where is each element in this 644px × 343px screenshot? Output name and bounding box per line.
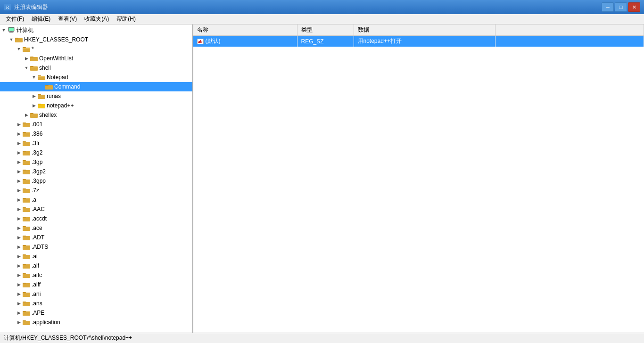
tree-node-label: .3g2 [32,149,42,156]
svg-rect-24 [38,104,45,108]
folder-icon [23,310,30,316]
tree-node-aifc[interactable]: ▶ .aifc [0,270,192,280]
minimize-button[interactable]: ─ [602,2,614,12]
menu-item-F[interactable]: 文件(F) [2,14,28,24]
tree-node-ani[interactable]: ▶ .ani [0,289,192,299]
tree-expand-icon[interactable]: ▶ [15,273,23,278]
tree-expand-icon[interactable]: ▼ [15,47,23,51]
tree-node-001[interactable]: ▶ .001 [0,120,192,129]
tree-node-aiff[interactable]: ▶ .aiff [0,280,192,289]
tree-expand-icon[interactable]: ▶ [23,113,30,117]
tree-node-shellex[interactable]: ▶ shellex [0,110,192,120]
tree-expand-icon[interactable]: ▼ [0,28,8,33]
svg-rect-48 [23,217,30,221]
tree-expand-icon[interactable]: ▶ [15,179,23,183]
folder-icon [23,319,30,326]
tree-node-command[interactable]: Command [0,82,192,91]
tree-expand-icon[interactable]: ▶ [15,131,23,136]
tree-node-runas[interactable]: ▶ runas [0,91,192,101]
tree-node-7z[interactable]: ▶ .7z [0,186,192,195]
svg-rect-65 [23,292,26,293]
tree-panel[interactable]: ▼ 计算机▼ HKEY_CLASSES_ROOT▼ *▶ OpenWithLis… [0,24,193,333]
table-row[interactable]: ab(默认)REG_SZ用notepad++打开 [193,36,644,47]
tree-expand-icon[interactable]: ▶ [15,141,23,146]
tree-node-ai[interactable]: ▶ .ai [0,252,192,261]
tree-node-hkey_classes_root[interactable]: ▼ HKEY_CLASSES_ROOT [0,35,192,44]
tree-node-label: .aiff [32,281,41,288]
tree-node-ans[interactable]: ▶ .ans [0,299,192,308]
tree-node-3fr[interactable]: ▶ .3fr [0,139,192,148]
tree-node-3gp[interactable]: ▶ .3gp [0,157,192,167]
tree-node-aif[interactable]: ▶ .aif [0,261,192,270]
tree-expand-icon[interactable]: ▼ [23,65,30,70]
tree-node-ace[interactable]: ▶ .ace [0,223,192,233]
tree-expand-icon[interactable]: ▶ [15,207,23,212]
close-button[interactable]: ✕ [628,2,640,12]
tree-node-3gpp[interactable]: ▶ .3gpp [0,176,192,186]
maximize-button[interactable]: □ [615,2,627,12]
tree-node-computer[interactable]: ▼ 计算机 [0,25,192,35]
svg-rect-19 [38,76,45,77]
tree-expand-icon[interactable]: ▶ [23,56,30,61]
tree-expand-icon[interactable]: ▶ [15,216,23,221]
tree-expand-icon[interactable]: ▶ [15,282,23,287]
tree-expand-icon[interactable]: ▶ [15,235,23,240]
tree-expand-icon[interactable]: ▶ [15,301,23,306]
tree-node-ADT[interactable]: ▶ .ADT [0,233,192,242]
tree-expand-icon[interactable]: ▶ [15,292,23,296]
tree-expand-icon[interactable]: ▶ [15,254,23,259]
tree-node-shell[interactable]: ▼ shell [0,63,192,73]
tree-node-APE[interactable]: ▶ .APE [0,308,192,318]
menu-item-A[interactable]: 收藏夹(A) [81,14,113,24]
tree-node-label: .aif [32,262,39,269]
svg-rect-63 [23,283,26,284]
tree-node-a[interactable]: ▶ .a [0,195,192,204]
tree-expand-icon[interactable]: ▶ [30,94,38,98]
tree-expand-icon[interactable]: ▶ [15,150,23,155]
folder-icon [23,178,30,184]
menu-item-V[interactable]: 查看(V) [54,14,81,24]
tree-expand-icon[interactable]: ▶ [15,188,23,193]
menu-item-H[interactable]: 帮助(H) [113,14,140,24]
folder-icon [23,187,30,194]
app-icon: R [4,3,11,11]
tree-expand-icon[interactable]: ▶ [15,320,23,325]
tree-expand-icon[interactable]: ▶ [15,122,23,127]
tree-expand-icon[interactable]: ▶ [15,226,23,230]
svg-rect-56 [23,255,30,259]
svg-rect-64 [23,293,30,297]
tree-node-386[interactable]: ▶ .386 [0,129,192,139]
tree-node-AAC[interactable]: ▶ .AAC [0,204,192,214]
svg-rect-38 [23,170,30,174]
tree-expand-icon[interactable]: ▶ [15,310,23,315]
tree-node-3g2[interactable]: ▶ .3g2 [0,148,192,157]
tree-expand-icon[interactable]: ▶ [15,169,23,174]
svg-rect-15 [30,66,33,67]
folder-icon [30,55,38,62]
svg-rect-3 [9,28,14,31]
folder-icon [30,65,38,71]
tree-expand-icon[interactable]: ▼ [8,37,15,42]
svg-rect-54 [23,245,30,250]
tree-expand-icon[interactable]: ▶ [30,103,38,108]
tree-expand-icon[interactable]: ▶ [15,245,23,249]
tree-node-label: .ani [32,291,41,297]
svg-rect-32 [23,142,30,146]
tree-expand-icon[interactable]: ▶ [15,160,23,164]
svg-text:R: R [6,5,9,10]
tree-node-accdt[interactable]: ▶ .accdt [0,214,192,223]
tree-expand-icon[interactable]: ▼ [30,75,38,80]
tree-expand-icon[interactable]: ▶ [15,263,23,268]
tree-node-ADTS[interactable]: ▶ .ADTS [0,242,192,252]
tree-node-openwithlist[interactable]: ▶ OpenWithList [0,54,192,63]
svg-rect-70 [23,321,30,325]
tree-node-3gp2[interactable]: ▶ .3gp2 [0,167,192,176]
tree-node-notepadpp[interactable]: ▶ notepad++ [0,101,192,110]
tree-node-notepad[interactable]: ▼ Notepad [0,73,192,82]
tree-node-application[interactable]: ▶ .application [0,318,192,327]
tree-expand-icon[interactable]: ▶ [15,197,23,202]
menu-item-E[interactable]: 编辑(E) [28,14,54,24]
svg-rect-60 [23,274,30,278]
tree-node-star[interactable]: ▼ * [0,44,192,54]
tree-node-label: .ai [32,253,38,260]
